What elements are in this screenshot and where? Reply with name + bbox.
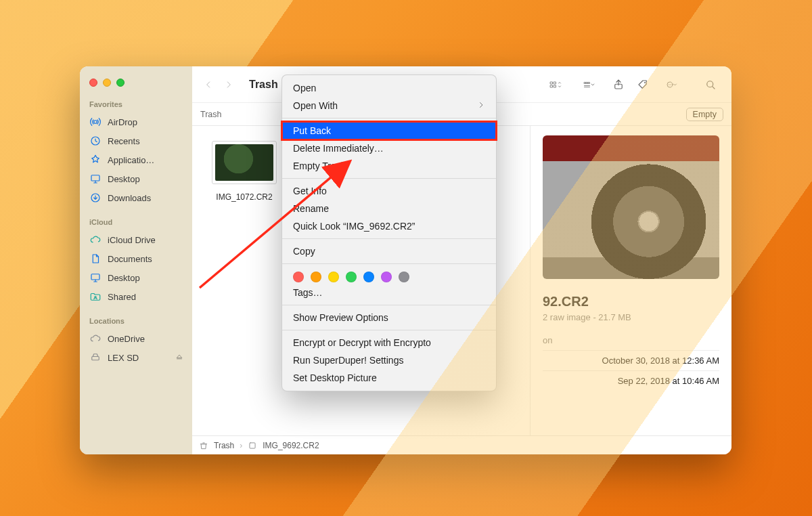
- search-button[interactable]: [700, 75, 721, 94]
- file-item[interactable]: IMG_1072.CR2: [200, 138, 288, 202]
- group-by-button[interactable]: [574, 75, 604, 94]
- tag-color[interactable]: [328, 272, 339, 282]
- tag-color[interactable]: [363, 272, 374, 282]
- sidebar-item-shared[interactable]: Shared: [80, 287, 192, 306]
- menu-item-superduper[interactable]: Run SuperDuper! Settings: [282, 351, 496, 369]
- back-button[interactable]: [199, 75, 218, 94]
- close-window-button[interactable]: [89, 79, 97, 87]
- sidebar-section-locations: Locations: [80, 313, 192, 329]
- svg-rect-11: [585, 82, 586, 83]
- tag-color[interactable]: [293, 272, 304, 282]
- menu-item-empty-trash[interactable]: Empty Trash: [282, 157, 496, 175]
- svg-point-19: [671, 84, 671, 85]
- preview-image: [543, 135, 719, 279]
- clock-icon: [89, 135, 102, 147]
- svg-rect-10: [554, 85, 556, 87]
- svg-point-15: [644, 82, 646, 83]
- empty-trash-button[interactable]: Empty: [686, 108, 723, 121]
- menu-item-open[interactable]: Open: [282, 79, 496, 97]
- window-title: Trash: [249, 79, 278, 91]
- sidebar-item-label: OneDrive: [108, 334, 145, 344]
- sidebar-item-onedrive[interactable]: OneDrive: [80, 329, 192, 348]
- svg-rect-8: [554, 82, 556, 84]
- svg-point-17: [669, 84, 669, 85]
- menu-item-copy[interactable]: Copy: [282, 242, 496, 260]
- tag-color[interactable]: [399, 272, 409, 282]
- external-disk-icon: [89, 351, 102, 364]
- menu-item-tags[interactable]: Tags…: [282, 284, 496, 301]
- path-segment[interactable]: IMG_9692.CR2: [263, 441, 319, 450]
- menu-item-set-desktop-picture[interactable]: Set Desktop Picture: [282, 369, 496, 387]
- sidebar-item-documents[interactable]: Documents: [80, 249, 192, 268]
- sidebar-item-label: Documents: [108, 254, 152, 264]
- file-name: IMG_1072.CR2: [216, 192, 272, 202]
- svg-point-18: [670, 84, 671, 85]
- meta-value: Sep 22, 2018 at 10:46 AM: [618, 376, 719, 386]
- zoom-window-button[interactable]: [116, 79, 125, 87]
- path-bar: Trash › IMG_9692.CR2: [192, 435, 731, 454]
- share-button[interactable]: [608, 75, 629, 94]
- applications-icon: [89, 154, 102, 166]
- tag-color[interactable]: [346, 272, 357, 282]
- shared-folder-icon: [89, 291, 102, 303]
- forward-button[interactable]: [219, 75, 238, 94]
- menu-item-delete-immediately[interactable]: Delete Immediately…: [282, 139, 496, 157]
- window-controls: [80, 74, 192, 96]
- sidebar-item-lex-sd[interactable]: LEX SD: [80, 348, 192, 367]
- tag-color[interactable]: [381, 272, 392, 282]
- path-separator: ›: [240, 441, 242, 450]
- svg-rect-4: [91, 274, 99, 280]
- sidebar-item-label: Desktop: [108, 174, 140, 184]
- eject-icon[interactable]: [175, 352, 184, 364]
- tag-color-row: [282, 267, 496, 284]
- menu-item-put-back[interactable]: Put Back: [282, 122, 496, 139]
- file-icon: [248, 441, 257, 450]
- menu-item-show-preview-options[interactable]: Show Preview Options: [282, 309, 496, 326]
- sidebar-item-label: Recents: [108, 136, 140, 146]
- trash-icon: [199, 441, 208, 450]
- sidebar-item-icloud-desktop[interactable]: Desktop: [80, 268, 192, 287]
- more-actions-button[interactable]: [657, 75, 687, 94]
- chevron-right-icon: [477, 100, 485, 111]
- sidebar-item-label: Downloads: [108, 193, 151, 203]
- sidebar-item-downloads[interactable]: Downloads: [80, 188, 192, 207]
- preview-subtitle: 2 raw image - 21.7 MB: [543, 312, 719, 322]
- svg-point-0: [94, 121, 97, 124]
- sidebar: Favorites AirDrop Recents Applicatio… De…: [80, 66, 192, 454]
- sidebar-section-icloud: iCloud: [80, 214, 192, 230]
- menu-item-encrypt[interactable]: Encrypt or Decrypt with Encrypto: [282, 334, 496, 351]
- desktop-icon: [89, 173, 102, 185]
- preview-title: 92.CR2: [543, 294, 719, 309]
- tags-button[interactable]: [633, 75, 653, 94]
- svg-rect-6: [92, 357, 99, 360]
- airdrop-icon: [89, 116, 102, 128]
- path-segment[interactable]: Trash: [214, 441, 234, 450]
- sidebar-item-label: AirDrop: [108, 117, 137, 127]
- sidebar-item-recents[interactable]: Recents: [80, 131, 192, 150]
- desktop-icon: [89, 272, 102, 284]
- sidebar-item-icloud-drive[interactable]: iCloud Drive: [80, 230, 192, 249]
- sidebar-item-applications[interactable]: Applicatio…: [80, 150, 192, 169]
- meta-key: on: [543, 335, 552, 345]
- cloud-icon: [89, 332, 102, 345]
- cloud-icon: [89, 234, 102, 246]
- sidebar-item-label: Applicatio…: [108, 155, 154, 165]
- preview-panel: 92.CR2 2 raw image - 21.7 MB on October …: [530, 126, 731, 435]
- svg-rect-2: [91, 175, 99, 181]
- menu-item-rename[interactable]: Rename: [282, 200, 496, 217]
- menu-item-get-info[interactable]: Get Info: [282, 182, 496, 200]
- file-thumbnail: [212, 141, 277, 184]
- svg-rect-13: [589, 82, 590, 83]
- menu-item-open-with[interactable]: Open With: [282, 97, 496, 114]
- tag-color[interactable]: [311, 272, 321, 282]
- sidebar-item-desktop[interactable]: Desktop: [80, 169, 192, 188]
- menu-item-quick-look[interactable]: Quick Look “IMG_9692.CR2”: [282, 217, 496, 235]
- sidebar-item-airdrop[interactable]: AirDrop: [80, 112, 192, 131]
- view-icons-button[interactable]: [541, 75, 570, 94]
- minimize-window-button[interactable]: [103, 79, 111, 87]
- location-label: Trash: [200, 110, 222, 119]
- svg-rect-21: [250, 442, 255, 448]
- downloads-icon: [89, 192, 102, 204]
- preview-metadata: on October 30, 2018 at 12:36 AM Sep 22, …: [543, 330, 719, 391]
- sidebar-item-label: LEX SD: [108, 353, 139, 363]
